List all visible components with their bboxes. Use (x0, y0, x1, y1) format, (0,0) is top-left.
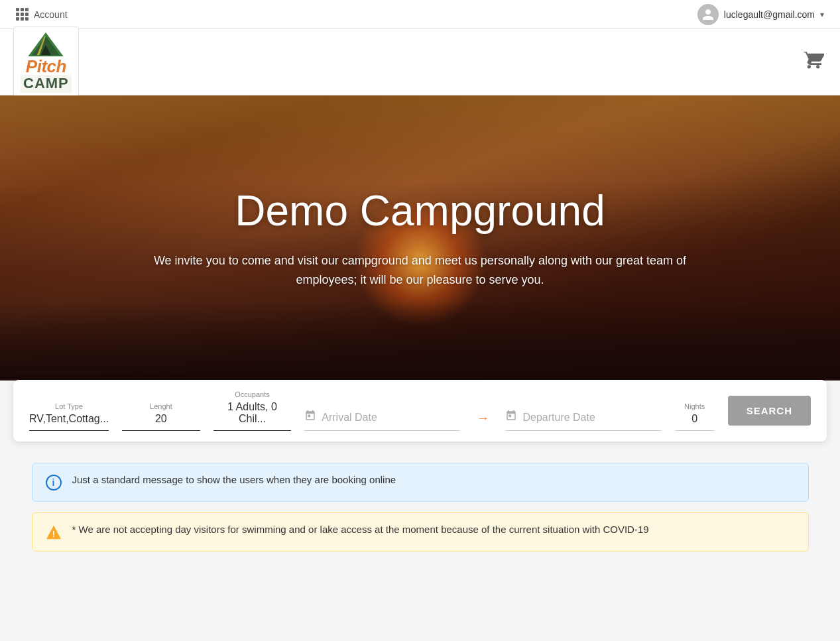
nights-label: Nights (684, 402, 705, 410)
calendar-icon-departure (505, 410, 517, 425)
account-menu[interactable]: Account (16, 8, 68, 21)
hero-banner: Demo Campground We invite you to come an… (0, 95, 840, 380)
logo-pitch: Pitch (26, 58, 66, 75)
account-label: Account (34, 9, 68, 20)
occupants-value[interactable]: 1 Adults, 0 Chil... (213, 401, 292, 431)
length-field[interactable]: Lenght 20 (122, 402, 200, 431)
search-bar-wrapper: Lot Type RV,Tent,Cottag... Lenght 20 Occ… (13, 380, 827, 441)
hero-subtitle: We invite you to come and visit our camp… (122, 251, 719, 290)
header-bar: Pitch CAMP (0, 29, 840, 95)
info-text: Just a standard message to show the user… (72, 474, 396, 485)
logo[interactable]: Pitch CAMP (13, 27, 79, 97)
grid-icon (16, 8, 29, 21)
occupants-label: Occupants (213, 390, 292, 398)
avatar (697, 4, 719, 25)
info-message: i Just a standard message to show the us… (32, 463, 809, 502)
info-icon: i (46, 475, 62, 491)
calendar-icon-arrival (304, 410, 316, 425)
lot-type-value[interactable]: RV,Tent,Cottag... (29, 413, 109, 431)
user-email: luclegault@gmail.com (724, 9, 815, 20)
warning-message: ! * We are not accepting day visitors fo… (32, 512, 809, 552)
cart-button[interactable] (803, 49, 824, 75)
length-value[interactable]: 20 (122, 413, 200, 431)
top-nav: Account luclegault@gmail.com ▾ (0, 0, 840, 29)
departure-date-field[interactable]: Departure Date (505, 410, 661, 431)
logo-box: Pitch CAMP (13, 27, 79, 97)
search-bar: Lot Type RV,Tent,Cottag... Lenght 20 Occ… (13, 380, 827, 441)
occupants-field[interactable]: Occupants 1 Adults, 0 Chil... (213, 390, 292, 431)
arrival-placeholder: Arrival Date (322, 412, 460, 424)
date-arrow-icon: → (476, 410, 489, 431)
departure-placeholder: Departure Date (522, 412, 661, 424)
hero-title: Demo Campground (122, 186, 719, 235)
arrival-date-field[interactable]: Arrival Date (304, 410, 460, 431)
hero-content: Demo Campground We invite you to come an… (122, 186, 719, 290)
logo-camp: CAMP (21, 75, 72, 92)
svg-text:!: ! (52, 529, 54, 539)
warning-icon: ! (46, 524, 62, 540)
user-menu[interactable]: luclegault@gmail.com ▾ (697, 4, 824, 25)
chevron-down-icon: ▾ (820, 10, 824, 19)
warning-text: * We are not accepting day visitors for … (72, 524, 649, 535)
lot-type-field[interactable]: Lot Type RV,Tent,Cottag... (29, 402, 109, 431)
tent-icon (26, 31, 66, 58)
messages-section: i Just a standard message to show the us… (16, 463, 825, 552)
nights-field: Nights 0 (675, 402, 715, 431)
search-button[interactable]: SEARCH (728, 396, 811, 426)
length-label: Lenght (122, 402, 200, 410)
nights-value: 0 (675, 413, 715, 431)
lot-type-label: Lot Type (29, 402, 109, 410)
